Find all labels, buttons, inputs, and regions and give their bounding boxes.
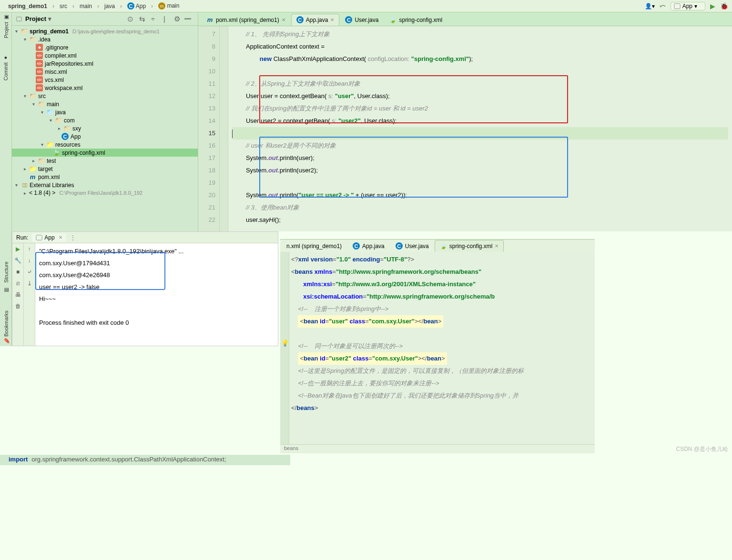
run-button[interactable]: ▶ — [710, 2, 715, 10]
project-icon — [16, 16, 22, 22]
tab-user[interactable]: User.java — [340, 14, 384, 26]
crumb-method[interactable]: main — [154, 1, 183, 11]
select-opened-icon[interactable]: ⊙ — [126, 15, 135, 23]
line-gutter: 78910 11121314 15161718 19202122 — [198, 26, 220, 231]
crumb-class[interactable]: App — [123, 1, 150, 10]
editor-tabs: pom.xml (spring_demo1)✕ App.java✕ User.j… — [198, 12, 732, 26]
tree-sel-spring-xml[interactable]: spring-config.xml — [12, 149, 198, 157]
project-view-title[interactable]: Project — [25, 15, 51, 22]
tab-app[interactable]: App.java✕ — [291, 14, 340, 26]
crumb-main[interactable]: main — [75, 2, 96, 10]
crumb-java[interactable]: java — [100, 2, 119, 10]
build-icon[interactable]: ⤺ — [660, 1, 666, 10]
collapse-all-icon[interactable]: ÷ — [150, 15, 156, 23]
left-tab-commit[interactable]: Commit ● — [3, 55, 9, 80]
navigation-toolbar: spring_demo1 src main java App main 👤▾ ⤺… — [0, 0, 732, 12]
code-editor[interactable]: 78910 11121314 15161718 19202122 // 1、 先… — [198, 26, 732, 231]
left-tab-project[interactable]: Project ▣ — [3, 14, 9, 38]
left-tool-strip: Project ▣ Commit ● — [0, 12, 12, 231]
close-icon[interactable]: ✕ — [330, 17, 334, 22]
project-tree[interactable]: ▾spring_demo1D:\java-gitee\gitee-test\sp… — [12, 26, 198, 231]
run-config-select[interactable]: App ▾ — [671, 2, 705, 10]
svg-rect-0 — [674, 3, 680, 9]
hide-panel-icon[interactable] — [184, 18, 191, 20]
user-icon[interactable]: 👤▾ — [645, 3, 655, 10]
debug-button[interactable]: 🐞 — [720, 2, 728, 10]
crumb-src[interactable]: src — [55, 2, 71, 10]
gear-icon[interactable]: ⚙ — [173, 15, 182, 23]
crumb-root[interactable]: spring_demo1 — [4, 2, 51, 10]
editor-pane: pom.xml (spring_demo1)✕ App.java✕ User.j… — [198, 12, 732, 231]
svg-rect-1 — [17, 17, 22, 21]
expand-all-icon[interactable]: ⇆ — [138, 15, 147, 23]
tab-pom[interactable]: pom.xml (spring_demo1)✕ — [201, 14, 291, 26]
tab-spring-xml[interactable]: spring-config.xml — [384, 14, 447, 26]
close-icon[interactable]: ✕ — [282, 17, 285, 22]
project-panel: Project ⊙ ⇆ ÷ | ⚙ ▾spring_demo1D:\java-g… — [12, 12, 198, 231]
